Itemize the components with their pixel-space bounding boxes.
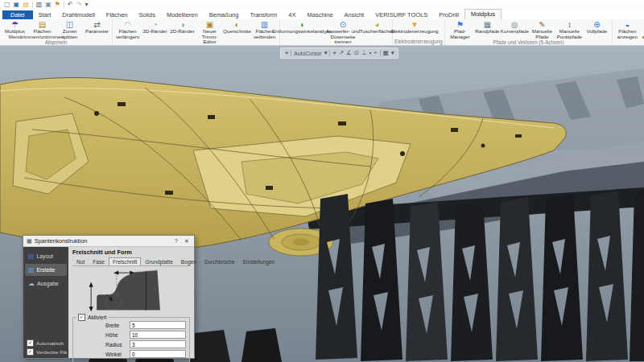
button-label: Parameter — [85, 29, 109, 35]
chevron-down-icon[interactable]: ▾ — [324, 49, 328, 57]
tuschierflaechen-button[interactable]: ◕ Tuschierflächen — [364, 20, 390, 35]
tab-moldplus[interactable]: Moldplus — [464, 9, 502, 19]
point-snap-icon[interactable]: • — [369, 49, 372, 57]
dialog-titlebar[interactable]: ▦ Spantenkonstruktion ? ✕ — [23, 236, 194, 247]
sidebar-item-erstelle[interactable]: ▥ Erstelle — [25, 264, 67, 276]
tab-maschine[interactable]: Maschine — [301, 10, 338, 19]
verdeckte-checkbox-row[interactable]: ✓ Verdeckte Flä — [27, 348, 67, 356]
divider — [329, 50, 330, 56]
tab-verisurf-tools[interactable]: VERISURF TOOLS — [369, 10, 433, 19]
ribbon: ☂ Moldplus Menü ▤ Flächen trimmen/untrim… — [0, 19, 644, 46]
dialog-icon: ▦ — [27, 238, 32, 245]
button-label: Elektrodenerzeugung — [391, 29, 439, 35]
ribbon-group-neue-funktionspanels: ◠ Flächen verlängern ◔ 3D-Ränder ◑ 2D-Rä… — [113, 19, 280, 45]
button-label: Neuer Trimm-Editor — [196, 29, 223, 45]
undo-icon[interactable]: ↶ — [68, 0, 73, 9]
save-all-icon[interactable]: ▣ — [45, 0, 52, 9]
dialog-tab-einstellungen[interactable]: Einstellungen — [239, 257, 279, 265]
vollpfade-button[interactable]: ⊕ Vollpfade — [584, 20, 610, 35]
checkbox-label: Verdeckte Flä — [36, 349, 67, 355]
checkbox-icon[interactable]: ✓ — [27, 348, 34, 356]
ribbon-group-allgemein: ☂ Moldplus Menü ▤ Flächen trimmen/untrim… — [0, 19, 113, 45]
tab-modellieren[interactable]: Modellieren — [161, 10, 204, 19]
freischnitt-groupbox: ✓ Aktiviert Breite Höhe Radius Winkel — [72, 317, 190, 362]
button-label: 3D-Ränder — [142, 29, 167, 35]
3d-raender-button[interactable]: ◔ 3D-Ränder — [142, 20, 168, 35]
output-icon: ☁ — [28, 280, 35, 287]
auswerfer-duesenseite-button[interactable]: ⊙ Auswerfer- und Düsenseite trennen — [323, 20, 363, 45]
tab-transform[interactable]: Transform — [244, 10, 283, 19]
automatisch-checkbox-row[interactable]: ✓ Automatisch — [27, 339, 67, 347]
winkel-label: Winkel — [105, 352, 126, 357]
flaechen-trimmen-button[interactable]: ▤ Flächen trimmen/untrimmen — [29, 20, 56, 39]
gnomon-icon[interactable]: ⌖ — [285, 49, 288, 57]
divider — [32, 2, 33, 8]
manuelle-pfade-button[interactable]: ✎ Manuelle Pfade — [529, 20, 555, 39]
hoehe-input[interactable] — [130, 331, 186, 339]
close-button[interactable]: ✕ — [183, 238, 191, 245]
aktiviert-checkbox-row[interactable]: ✓ Aktiviert — [76, 314, 108, 321]
radius-input[interactable] — [130, 340, 186, 348]
redo-icon[interactable]: ↷ — [76, 0, 82, 9]
arrow-snap-icon[interactable]: ↗ — [339, 49, 344, 57]
elektrodenerzeugung-button[interactable]: ▼ Elektrodenerzeugung — [394, 20, 435, 35]
manuelle-punktpfade-button[interactable]: ↕ Manuelle Punktpfade — [556, 20, 583, 39]
flag-icon[interactable]: ⚑ — [55, 0, 60, 9]
save-icon[interactable]: ▣ — [14, 0, 20, 9]
dialog-tab-nut[interactable]: Nut — [72, 257, 89, 265]
new-file-icon[interactable]: ▢ — [4, 0, 10, 9]
tab-ansicht[interactable]: Ansicht — [339, 10, 370, 19]
divider — [380, 50, 381, 56]
divider — [291, 50, 291, 56]
grid-snap-icon[interactable]: ▦ — [383, 49, 389, 57]
group-label: Pfade und Vektoren (5-Achsen) — [447, 39, 610, 46]
divider — [64, 2, 64, 8]
group-label: Allgemein — [2, 39, 110, 46]
querschnitte-button[interactable]: ◐ Querschnitte — [224, 20, 250, 35]
tab-prodrill[interactable]: ProDrill — [433, 10, 464, 19]
tab-bemassung[interactable]: Bemaßung — [204, 10, 245, 19]
entformungswinkelanalyse-button[interactable]: ◖ Entformungswinkelanalyse — [282, 20, 322, 35]
neuer-trimm-editor-button[interactable]: ▣ Neuer Trimm-Editor — [196, 20, 223, 45]
parameter-button[interactable]: ⇄ Parameter — [84, 20, 110, 35]
checkbox-icon[interactable]: ✓ — [78, 314, 85, 321]
tab-drahtmodell[interactable]: Drahtmodell — [56, 10, 100, 19]
center-snap-icon[interactable]: ⊙ — [354, 49, 359, 57]
dialog-tab-bogen[interactable]: Bogen — [177, 257, 200, 265]
tab-datei[interactable]: Datei — [2, 10, 33, 19]
tab-flaechen[interactable]: Flächen — [101, 10, 134, 19]
flaechen-verlaengern-button[interactable]: ◠ Flächen verlängern — [114, 20, 141, 39]
randpfade-button[interactable]: ▦ Randpfade — [474, 20, 501, 35]
sidebar-item-ausgabe[interactable]: ☁ Ausgabe — [25, 278, 67, 290]
gnomon-snap-icon[interactable]: ⌖ — [332, 49, 336, 57]
kurvenpfade-button[interactable]: ◎ Kurvenpfade — [502, 20, 528, 35]
intersection-snap-icon[interactable]: + — [374, 49, 377, 57]
print-icon[interactable]: ▥ — [36, 0, 43, 9]
tab-4x[interactable]: 4X — [283, 10, 301, 19]
tab-start[interactable]: Start — [33, 10, 57, 19]
tab-solids[interactable]: Solids — [133, 10, 160, 19]
sidebar-item-layout[interactable]: ▤ Layout — [25, 250, 67, 262]
perpendicular-snap-icon[interactable]: ⊥ — [361, 49, 367, 57]
flaechen-anzeigen-button[interactable]: ◒ Flächen anzeigen — [614, 20, 641, 39]
chevron-down-icon[interactable]: ▾ — [391, 49, 394, 57]
dialog-tab-fase[interactable]: Fase — [89, 257, 109, 265]
open-folder-icon[interactable]: ▤ — [23, 0, 29, 9]
winkel-input[interactable] — [130, 350, 186, 358]
pfad-manager-button[interactable]: ⚑ Pfad-Manager — [447, 20, 473, 39]
customize-dropdown-icon[interactable]: ▾ — [85, 0, 88, 9]
dialog-tab-grundplatte[interactable]: Grundplatte — [141, 257, 176, 265]
button-label: Manuelle Pfade — [529, 29, 555, 39]
angle-snap-icon[interactable]: ∠ — [346, 49, 352, 57]
breite-input[interactable] — [130, 321, 186, 329]
zonen-splitten-button[interactable]: ◫ Zonen splitten — [56, 20, 83, 39]
ribbon-group-flaechen-toolkit: ◒ Flächen anzeigen ↗ Radien analysieren … — [613, 19, 644, 45]
button-label: Vollpfade — [587, 29, 607, 35]
dialog-tab-freischnitt[interactable]: Freischnitt — [109, 257, 141, 265]
help-button[interactable]: ? — [172, 238, 180, 244]
ribbon-group-formtrennung: ◖ Entformungswinkelanalyse ⊙ Auswerfer- … — [280, 19, 393, 45]
2d-raender-button[interactable]: ◑ 2D-Ränder — [169, 20, 196, 35]
autocursor-dropdown[interactable]: AutoCursor — [294, 51, 321, 56]
dialog-tab-durchbrueche[interactable]: Durchbrüche — [200, 257, 239, 265]
checkbox-icon[interactable]: ✓ — [27, 339, 34, 347]
